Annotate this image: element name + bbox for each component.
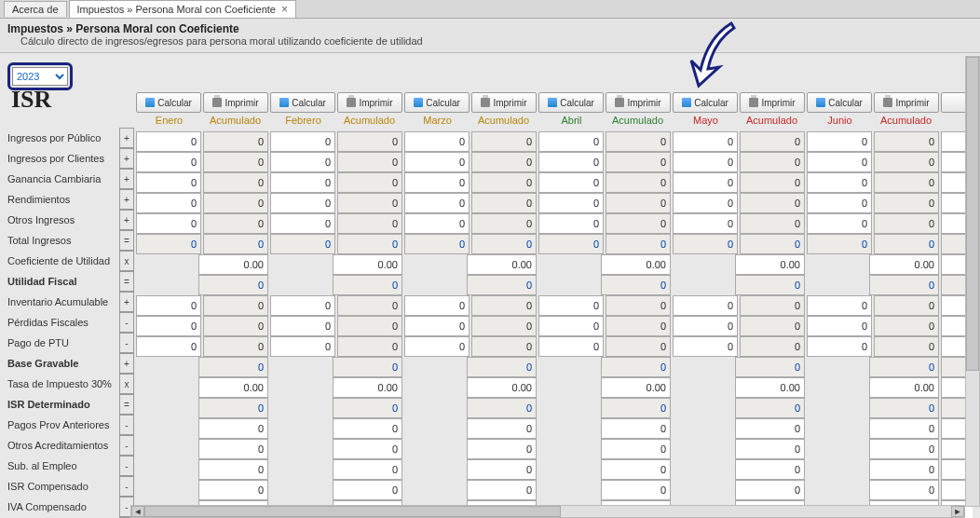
value-cell[interactable]: 0 <box>404 295 470 316</box>
tab-acerca-de[interactable]: Acerca de <box>4 1 67 17</box>
value-cell[interactable]: 0 <box>136 316 201 336</box>
value-cell[interactable]: 0 <box>673 234 738 254</box>
imprimir-button[interactable]: Imprimir <box>606 92 671 113</box>
imprimir-button[interactable]: Imprimir <box>337 92 402 113</box>
imprimir-button[interactable]: Imprimir <box>874 92 939 113</box>
imprimir-button[interactable]: Imprimir <box>203 92 268 113</box>
value-cell[interactable]: 0 <box>807 172 872 193</box>
value-cell[interactable]: 0 <box>198 459 268 480</box>
value-cell[interactable]: 0 <box>270 336 335 357</box>
value-cell[interactable]: 0 <box>807 193 872 213</box>
value-cell[interactable]: 0 <box>538 152 604 172</box>
value-cell[interactable]: 0 <box>136 336 201 357</box>
imprimir-button[interactable]: Imprimir <box>740 92 805 113</box>
calcular-button[interactable]: Calcular <box>673 92 738 113</box>
calcular-button[interactable]: Calcular <box>404 92 470 113</box>
value-cell[interactable]: 0 <box>601 480 671 500</box>
value-cell[interactable]: 0 <box>673 131 738 152</box>
value-cell[interactable]: 0 <box>404 131 470 152</box>
close-icon[interactable]: × <box>281 3 288 16</box>
value-cell[interactable]: 0 <box>136 131 201 152</box>
value-cell[interactable]: 0 <box>136 152 201 172</box>
value-cell[interactable]: 0 <box>807 131 872 152</box>
value-cell[interactable]: 0 <box>136 295 201 316</box>
value-cell[interactable]: 0 <box>467 439 537 459</box>
value-cell[interactable]: 0 <box>270 152 335 172</box>
value-cell[interactable]: 0 <box>404 336 470 357</box>
value-cell[interactable]: 0 <box>467 480 537 500</box>
value-cell[interactable]: 0 <box>673 213 738 234</box>
value-cell[interactable]: 0 <box>404 234 470 254</box>
value-cell[interactable]: 0 <box>270 234 335 254</box>
value-cell[interactable]: 0 <box>136 213 201 234</box>
value-cell[interactable]: 0 <box>601 459 671 480</box>
value-cell[interactable]: 0 <box>404 193 470 213</box>
value-cell[interactable]: 0 <box>467 418 537 439</box>
value-cell[interactable]: 0 <box>869 439 939 459</box>
calcular-button[interactable]: Calcular <box>807 92 872 113</box>
value-cell[interactable]: 0 <box>673 336 738 357</box>
value-cell[interactable]: 0 <box>807 295 872 316</box>
value-cell[interactable]: 0 <box>270 172 335 193</box>
value-cell[interactable]: 0 <box>270 213 335 234</box>
value-cell[interactable]: 0 <box>404 316 470 336</box>
value-cell[interactable]: 0 <box>735 459 805 480</box>
value-cell[interactable]: 0.00 <box>198 377 268 398</box>
value-cell[interactable]: 0 <box>538 172 604 193</box>
imprimir-button[interactable]: Imprimir <box>471 92 537 113</box>
value-cell[interactable]: 0 <box>333 418 402 439</box>
value-cell[interactable]: 0 <box>538 234 604 254</box>
year-select[interactable]: 2023 <box>12 67 68 86</box>
value-cell[interactable]: 0 <box>333 439 402 459</box>
value-cell[interactable]: 0.00 <box>333 377 402 398</box>
value-cell[interactable]: 0 <box>673 172 738 193</box>
value-cell[interactable]: 0.00 <box>869 254 939 275</box>
scroll-left-icon[interactable]: ◄ <box>131 506 144 517</box>
calcular-button[interactable]: Calcular <box>270 92 335 113</box>
value-cell[interactable]: 0 <box>404 213 470 234</box>
value-cell[interactable]: 0 <box>735 418 805 439</box>
value-cell[interactable]: 0.00 <box>198 254 268 275</box>
value-cell[interactable]: 0 <box>136 234 201 254</box>
value-cell[interactable]: 0 <box>270 131 335 152</box>
value-cell[interactable]: 0 <box>807 152 872 172</box>
value-cell[interactable]: 0 <box>270 193 335 213</box>
vertical-scrollbar-thumb[interactable] <box>966 57 979 371</box>
value-cell[interactable]: 0 <box>673 316 738 336</box>
value-cell[interactable]: 0 <box>198 480 268 500</box>
value-cell[interactable]: 0.00 <box>333 254 402 275</box>
value-cell[interactable]: 0 <box>538 131 604 152</box>
calcular-button[interactable]: Calcular <box>136 92 201 113</box>
scroll-right-icon[interactable]: ► <box>951 506 964 517</box>
horizontal-scrollbar-thumb[interactable] <box>144 506 561 517</box>
value-cell[interactable]: 0 <box>601 418 671 439</box>
value-cell[interactable]: 0 <box>673 152 738 172</box>
value-cell[interactable]: 0 <box>735 439 805 459</box>
value-cell[interactable]: 0 <box>538 213 604 234</box>
vertical-scrollbar[interactable] <box>965 56 980 507</box>
value-cell[interactable]: 0 <box>807 316 872 336</box>
value-cell[interactable]: 0 <box>673 193 738 213</box>
value-cell[interactable]: 0.00 <box>735 377 805 398</box>
value-cell[interactable]: 0 <box>404 172 470 193</box>
value-cell[interactable]: 0 <box>807 336 872 357</box>
value-cell[interactable]: 0 <box>404 152 470 172</box>
value-cell[interactable]: 0.00 <box>467 254 537 275</box>
value-cell[interactable]: 0 <box>198 418 268 439</box>
tab-impuestos[interactable]: Impuestos » Persona Moral con Coeficient… <box>69 0 296 18</box>
value-cell[interactable]: 0 <box>136 172 201 193</box>
value-cell[interactable]: 0 <box>538 295 604 316</box>
value-cell[interactable]: 0 <box>601 439 671 459</box>
value-cell[interactable]: 0.00 <box>869 377 939 398</box>
calcular-button[interactable]: Calcular <box>538 92 604 113</box>
value-cell[interactable]: 0 <box>333 480 402 500</box>
value-cell[interactable]: 0.00 <box>601 254 671 275</box>
value-cell[interactable]: 0 <box>467 459 537 480</box>
value-cell[interactable]: 0 <box>869 480 939 500</box>
value-cell[interactable]: 0 <box>198 439 268 459</box>
value-cell[interactable]: 0 <box>270 316 335 336</box>
value-cell[interactable]: 0.00 <box>601 377 671 398</box>
value-cell[interactable]: 0 <box>673 295 738 316</box>
value-cell[interactable]: 0 <box>807 234 872 254</box>
value-cell[interactable]: 0.00 <box>467 377 537 398</box>
